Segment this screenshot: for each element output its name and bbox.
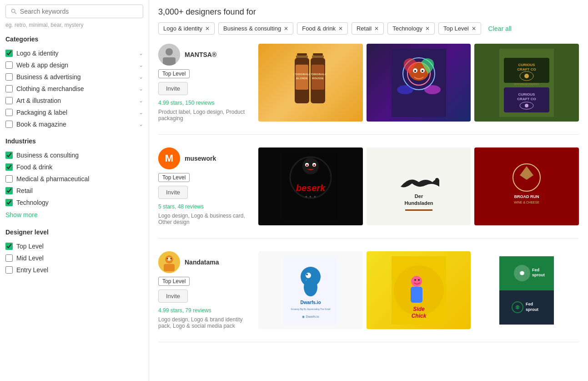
- portfolio-img-hundsladen[interactable]: Der Hundsladen: [367, 147, 471, 225]
- tag-top-level[interactable]: Top Level ✕: [438, 22, 481, 35]
- filter-item-book[interactable]: Book & magazine ⌄: [5, 118, 143, 130]
- rating-nandatama[interactable]: 4.99 stars, 79 reviews: [158, 307, 249, 314]
- filter-item-entry-level[interactable]: Entry Level: [5, 264, 143, 276]
- filter-item-business-consulting[interactable]: Business & consulting: [5, 149, 143, 161]
- checkbox-entry-level[interactable]: [5, 266, 13, 274]
- checkbox-business-advertising[interactable]: [5, 73, 13, 81]
- svg-text:sprout: sprout: [532, 273, 545, 277]
- label-entry-level: Entry Level: [16, 266, 48, 274]
- remove-top-level-icon[interactable]: ✕: [472, 25, 476, 32]
- tag-logo-identity[interactable]: Logo & identity ✕: [158, 22, 215, 35]
- label-medical: Medical & pharmaceutical: [16, 175, 89, 183]
- filter-item-medical[interactable]: Medical & pharmaceutical: [5, 173, 143, 185]
- rating-mantsa[interactable]: 4.99 stars, 150 reviews: [158, 100, 249, 106]
- clear-all-button[interactable]: Clear all: [488, 25, 512, 32]
- checkbox-book[interactable]: [5, 121, 13, 128]
- remove-food-drink-icon[interactable]: ✕: [338, 25, 343, 32]
- rating-musework[interactable]: 5 stars, 48 reviews: [158, 203, 249, 210]
- filter-item-logo-identity[interactable]: Logo & identity ⌄: [5, 47, 143, 59]
- svg-rect-4: [163, 57, 176, 66]
- tags-mantsa: Product label, Logo design, Product pack…: [158, 109, 249, 122]
- designer-level-title: Designer level: [5, 229, 143, 236]
- tag-technology[interactable]: Technology ✕: [387, 22, 435, 35]
- search-hint: eg. retro, minimal, bear, mystery: [5, 22, 143, 28]
- filter-item-food-drink[interactable]: Food & drink: [5, 161, 143, 173]
- svg-rect-54: [405, 209, 432, 211]
- filter-item-art[interactable]: Art & illustration ⌄: [5, 95, 143, 107]
- checkbox-packaging[interactable]: [5, 109, 13, 116]
- portfolio-img-craft[interactable]: CURIOUS CRAFT CO EPICUREAN ODDITIES CURI…: [474, 44, 579, 122]
- checkbox-logo-identity[interactable]: [5, 50, 13, 57]
- remove-technology-icon[interactable]: ✕: [425, 25, 430, 32]
- avatar-musework: M: [158, 147, 180, 169]
- svg-point-89: [516, 306, 519, 309]
- portfolio-img-sidechick[interactable]: Side Chick: [367, 251, 471, 329]
- checkbox-clothing[interactable]: [5, 85, 13, 92]
- label-top-level: Top Level: [16, 243, 44, 250]
- svg-point-76: [411, 276, 422, 287]
- filter-item-packaging[interactable]: Packaging & label ⌄: [5, 107, 143, 118]
- svg-point-0: [11, 9, 15, 12]
- remove-business-consulting-icon[interactable]: ✕: [284, 25, 288, 32]
- filter-item-web-app[interactable]: Web & app design ⌄: [5, 59, 143, 71]
- checkbox-top-level[interactable]: [5, 243, 13, 250]
- tag-retail[interactable]: Retail ✕: [352, 22, 384, 35]
- checkbox-mid-level[interactable]: [5, 254, 13, 262]
- checkbox-web-app[interactable]: [5, 61, 13, 69]
- portfolio-img-beer[interactable]: L'ORIGINALE BLONDE L'ORIGINALE ROUSSE: [258, 44, 363, 122]
- filter-item-technology[interactable]: Technology: [5, 197, 143, 208]
- svg-point-65: [171, 258, 172, 259]
- svg-point-51: [435, 178, 439, 182]
- remove-logo-identity-icon[interactable]: ✕: [205, 25, 210, 32]
- svg-text:WINE & CHEESE: WINE & CHEESE: [514, 201, 539, 204]
- svg-text:BLONDE: BLONDE: [296, 77, 307, 80]
- invite-button-nandatama[interactable]: Invite: [158, 290, 188, 303]
- chevron-book: ⌄: [139, 121, 143, 127]
- remove-retail-icon[interactable]: ✕: [374, 25, 379, 32]
- svg-text:Growing Big By Appreciating Th: Growing Big By Appreciating The Small: [291, 308, 330, 310]
- search-box[interactable]: [5, 5, 143, 18]
- svg-text:Der: Der: [414, 193, 423, 199]
- svg-text:beserk: beserk: [296, 183, 326, 193]
- filter-item-business-advertising[interactable]: Business & advertising ⌄: [5, 71, 143, 83]
- results-header: 3,000+ designers found for: [158, 7, 579, 17]
- checkbox-medical[interactable]: [5, 175, 13, 183]
- portfolio-img-psychedelic[interactable]: [367, 44, 471, 122]
- svg-point-38: [525, 104, 528, 107]
- checkbox-art[interactable]: [5, 97, 13, 104]
- designer-info-musework: M musework Top Level Invite 5 stars, 48 …: [158, 147, 249, 225]
- checkbox-technology[interactable]: [5, 199, 13, 206]
- show-more-button[interactable]: Show more: [5, 208, 38, 221]
- svg-text:ROUSSE: ROUSSE: [312, 77, 323, 80]
- sidebar: eg. retro, minimal, bear, mystery Catego…: [0, 0, 149, 381]
- label-art: Art & illustration: [16, 97, 61, 104]
- filter-item-clothing[interactable]: Clothing & merchandise ⌄: [5, 83, 143, 95]
- filter-item-top-level[interactable]: Top Level: [5, 240, 143, 252]
- designer-name-musework: musework: [185, 155, 216, 162]
- search-input[interactable]: [20, 8, 138, 15]
- chevron-packaging: ⌄: [139, 109, 143, 116]
- filter-item-mid-level[interactable]: Mid Level: [5, 252, 143, 264]
- designer-card-mantsa: MANTSA® Top Level Invite 4.99 stars, 150…: [158, 44, 579, 135]
- invite-button-musework[interactable]: Invite: [158, 186, 188, 199]
- level-badge-mantsa: Top Level: [158, 69, 190, 78]
- invite-button-mantsa[interactable]: Invite: [158, 82, 188, 95]
- designer-card-nandatama: Nandatama Top Level Invite 4.99 stars, 7…: [158, 251, 579, 342]
- checkbox-food-drink[interactable]: [5, 163, 13, 171]
- checkbox-retail[interactable]: [5, 187, 13, 194]
- tag-food-drink[interactable]: Food & drink ✕: [297, 22, 348, 35]
- portfolio-img-broadrun[interactable]: BROAD RUN WINE & CHEESE: [474, 147, 579, 225]
- checkbox-business-consulting[interactable]: [5, 152, 13, 159]
- portfolio-img-dwarfs[interactable]: Dwarfs.io Growing Big By Appreciating Th…: [258, 251, 363, 329]
- svg-line-1: [15, 12, 16, 14]
- svg-text:Fed: Fed: [526, 302, 533, 306]
- chevron-web-app: ⌄: [139, 62, 143, 68]
- categories-section: Categories Logo & identity ⌄ Web & app d…: [5, 36, 143, 130]
- svg-point-23: [414, 70, 416, 72]
- tag-business-consulting[interactable]: Business & consulting ✕: [218, 22, 293, 35]
- filter-item-retail[interactable]: Retail: [5, 185, 143, 197]
- search-icon: [10, 8, 17, 15]
- portfolio-img-fedsprout[interactable]: Fed sprout Fed sprout: [474, 251, 579, 329]
- svg-rect-55: [499, 152, 554, 221]
- portfolio-img-beserk[interactable]: beserk ✦ ✦ ✦: [258, 147, 363, 225]
